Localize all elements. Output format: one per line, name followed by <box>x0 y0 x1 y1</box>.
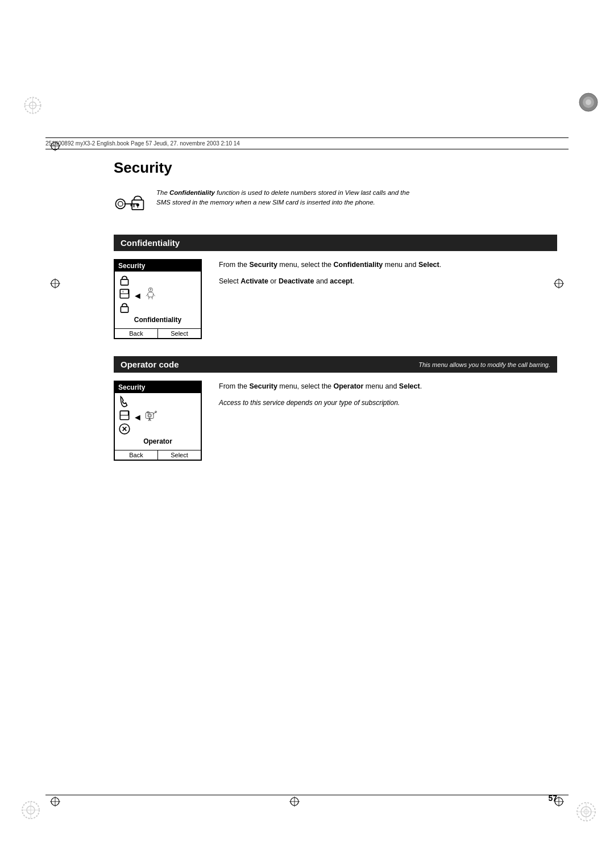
phone-screen-title-op: Security <box>115 382 201 393</box>
phone-label-op: Operator <box>118 437 197 445</box>
corner-gear-top-left <box>23 95 43 117</box>
reg-mark-bottom-center <box>289 796 300 808</box>
operator-italic-header: This menu allows you to modify the call … <box>418 361 550 368</box>
svg-point-10 <box>115 199 125 208</box>
section-header-confidentiality: Confidentiality <box>114 235 557 251</box>
book-header: 251400892 myX3-2 English.book Page 57 Je… <box>45 137 569 149</box>
phone-label-conf: Confidentiality <box>118 316 197 324</box>
phone-icons-conf: ÷ ◄ <box>118 274 157 314</box>
arrow-indicator-op: ◄ <box>133 412 142 423</box>
phone-select-btn-op: Select <box>158 450 201 460</box>
phone-screen-body-op: ◄ <box>115 393 201 450</box>
arrow-indicator-conf: ◄ <box>133 291 142 301</box>
conf-desc-line2: Select Activate or Deactivate and accept… <box>219 276 557 287</box>
section-confidentiality: Confidentiality Security <box>114 235 557 339</box>
op-desc-italic: Access to this service depends on your t… <box>219 397 557 408</box>
page-title: Security <box>114 159 557 177</box>
corner-gear-bottom-left <box>20 799 42 823</box>
section-content-operator: Security <box>114 381 557 461</box>
svg-point-6 <box>586 99 591 105</box>
section-operator: Operator code This menu allows you to mo… <box>114 356 557 461</box>
conf-desc-line1: From the Security menu, select the Confi… <box>219 259 557 271</box>
phone-mockup-operator: Security <box>114 381 202 461</box>
main-content: Security The Confidentiality function is… <box>114 159 557 754</box>
phone-screen-title-conf: Security <box>115 260 201 272</box>
svg-line-26 <box>146 294 148 296</box>
section-desc-confidentiality: From the Security menu, select the Confi… <box>219 259 557 293</box>
section-desc-operator: From the Security menu, select the Opera… <box>219 381 557 414</box>
phone-back-btn-conf: Back <box>115 329 158 338</box>
svg-line-28 <box>148 297 149 299</box>
section-content-confidentiality: Security <box>114 259 557 339</box>
reg-mark-bottom-left <box>50 796 60 808</box>
bottom-divider <box>45 795 569 795</box>
book-ref-text: 251400892 myX3-2 English.book Page 57 Je… <box>45 140 240 147</box>
security-icon <box>114 188 145 221</box>
svg-rect-18 <box>121 279 128 285</box>
section-header-operator: Operator code This menu allows you to mo… <box>114 356 557 373</box>
reg-mark-right-mid <box>554 278 564 290</box>
svg-rect-23 <box>121 307 128 312</box>
intro-text: The Confidentiality function is used to … <box>156 188 418 208</box>
svg-line-29 <box>152 297 152 299</box>
op-desc-line1: From the Security menu, select the Opera… <box>219 381 557 393</box>
corner-circle-top-right <box>577 91 600 115</box>
reg-mark-left-mid <box>50 278 60 290</box>
reg-mark-bottom-right <box>554 796 564 808</box>
svg-rect-37 <box>147 412 149 413</box>
phone-buttons-op: Back Select <box>115 450 201 460</box>
phone-icons-op: ◄ <box>118 395 157 435</box>
phone-screen-body-conf: ÷ ◄ <box>115 272 201 328</box>
phone-back-btn-op: Back <box>115 450 158 460</box>
svg-line-27 <box>153 294 155 296</box>
icon-col-op <box>118 395 131 435</box>
phone-mockup-confidentiality: Security <box>114 259 202 339</box>
svg-text:?: ? <box>150 289 151 291</box>
svg-point-42 <box>155 411 157 413</box>
phone-select-btn-conf: Select <box>158 329 201 338</box>
svg-text:÷: ÷ <box>122 290 125 294</box>
intro-block: The Confidentiality function is used to … <box>114 188 557 221</box>
corner-gear-bottom-right <box>574 800 598 825</box>
svg-point-11 <box>118 202 123 206</box>
svg-line-38 <box>148 419 150 422</box>
icon-col-conf: ÷ <box>118 274 131 314</box>
phone-buttons-conf: Back Select <box>115 328 201 338</box>
